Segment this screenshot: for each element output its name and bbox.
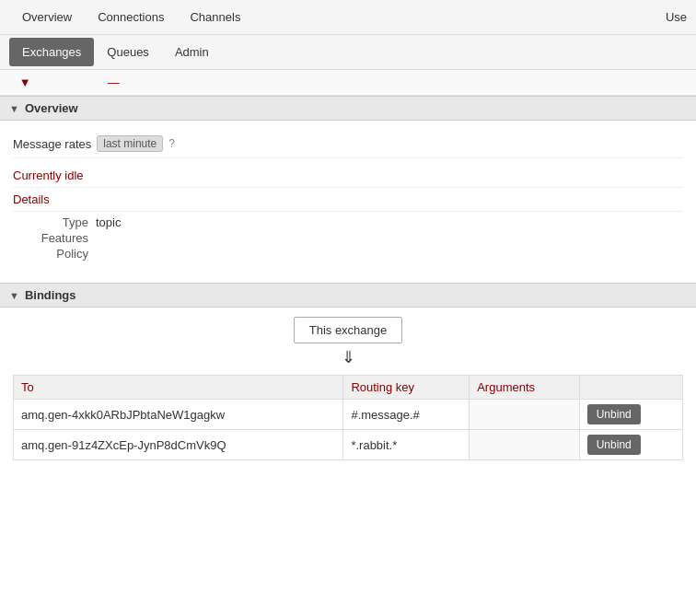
binding-row-1-action[interactable]: Unbind [579,400,682,430]
col-header-to: To [14,376,343,400]
binding-row-1: amq.gen-4xkk0ARbJPbtaNeW1gagkw #.message… [14,400,683,430]
col-header-arguments: Arguments [470,376,580,400]
detail-key-type: Type [22,215,96,229]
col-header-routing-key: Routing key [343,376,470,400]
question-mark-icon[interactable]: ? [168,137,175,150]
binding-row-1-routing-key: #.message.# [343,400,470,430]
details-table: Type topic Features Policy [22,212,683,266]
binding-row-2-routing-key: *.rabbit.* [343,430,470,460]
binding-row-2-arguments [470,430,580,460]
bindings-chevron: ▼ [9,290,19,301]
detail-row-policy: Policy [22,247,683,261]
message-rates-label: Message rates [13,137,91,151]
bindings-table-header-row: To Routing key Arguments [14,376,683,400]
overview-section-header[interactable]: ▼ Overview [0,96,696,121]
binding-row-2-to: amq.gen-91z4ZXcEp-JynP8dCmVk9Q [14,430,343,460]
nav-item-connections[interactable]: Connections [85,3,177,31]
detail-row-type: Type topic [22,215,683,229]
sub-nav: Exchanges Queues Admin [0,35,696,70]
subnav-exchanges[interactable]: Exchanges [9,38,94,66]
bindings-section-label: Bindings [25,288,76,302]
top-nav: Overview Connections Channels Use [0,0,696,35]
binding-row-1-to: amq.gen-4xkk0ARbJPbtaNeW1gagkw [14,400,343,430]
subnav-queues[interactable]: Queues [94,38,162,66]
unbind-button-1[interactable]: Unbind [587,404,641,424]
page-header: ▼ — [0,70,696,96]
col-header-actions [579,376,682,400]
overview-section-label: Overview [25,101,78,115]
detail-row-features: Features [22,231,683,245]
binding-row-2-action[interactable]: Unbind [579,430,682,460]
nav-item-channels[interactable]: Channels [177,3,253,31]
detail-key-features: Features [22,231,96,245]
detail-key-policy: Policy [22,247,96,261]
bindings-content: This exchange ⇓ To Routing key Arguments… [0,308,696,470]
overview-content: Message rates last minute ? Currently id… [0,121,696,275]
message-rates-badge[interactable]: last minute [97,135,163,152]
nav-item-overview[interactable]: Overview [9,3,85,31]
subnav-admin[interactable]: Admin [162,38,222,66]
bindings-section-header[interactable]: ▼ Bindings [0,283,696,308]
exchange-button-wrapper: This exchange ⇓ [13,317,683,367]
binding-row-2: amq.gen-91z4ZXcEp-JynP8dCmVk9Q *.rabbit.… [14,430,683,460]
binding-row-1-arguments [470,400,580,430]
breadcrumb-text: ▼ — [9,76,120,89]
currently-idle-text: Currently idle [13,164,683,188]
overview-chevron: ▼ [9,103,19,114]
user-label: Use [666,10,687,24]
arrow-down-icon: ⇓ [342,347,355,367]
details-link[interactable]: Details [13,188,683,212]
this-exchange-button[interactable]: This exchange [294,317,403,343]
bindings-table: To Routing key Arguments amq.gen-4xkk0AR… [13,375,683,460]
message-rates-row: Message rates last minute ? [13,130,683,158]
detail-value-type: topic [96,215,121,229]
unbind-button-2[interactable]: Unbind [587,435,641,455]
